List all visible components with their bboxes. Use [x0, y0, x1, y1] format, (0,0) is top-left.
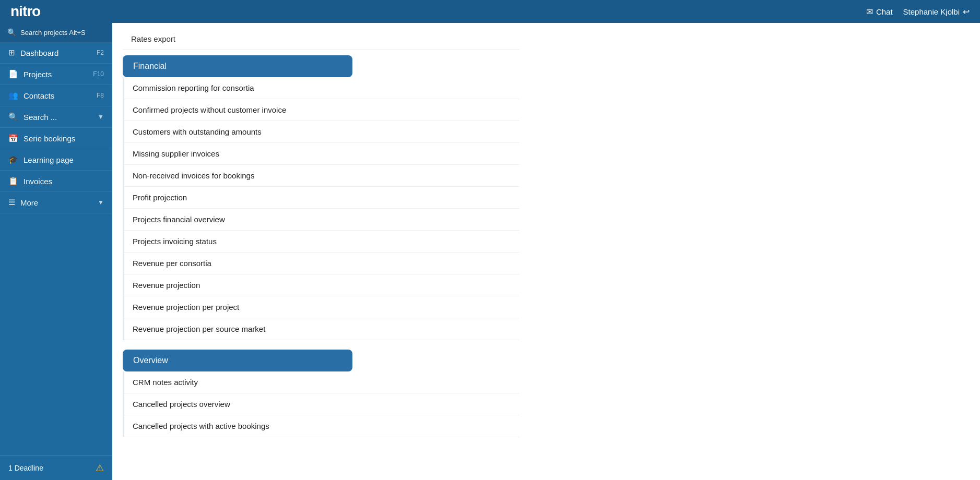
sidebar-item-label: Dashboard: [20, 49, 58, 57]
deadline-label: 1 Deadline: [8, 464, 43, 472]
menu-item-projects-financial-overview[interactable]: Projects financial overview: [124, 209, 519, 231]
invoices-icon: 📋: [8, 176, 18, 186]
dashboard-shortcut: F2: [97, 49, 104, 56]
sidebar-item-label: More: [20, 198, 38, 207]
sidebar-item-search[interactable]: 🔍 Search ... ▼: [0, 106, 112, 128]
contacts-shortcut: F8: [97, 92, 104, 99]
section-overview: Overview CRM notes activity Cancelled pr…: [123, 344, 519, 437]
sidebar: Search projects Alt+S ⊞ Dashboard F2 📄 P…: [0, 23, 112, 480]
content-inner: Rates export Financial Commission report…: [112, 23, 530, 452]
sidebar-item-invoices[interactable]: 📋 Invoices: [0, 171, 112, 192]
menu-item-customers-outstanding[interactable]: Customers with outstanding amounts: [124, 121, 519, 143]
menu-item-commission-reporting[interactable]: Commission reporting for consortia: [124, 77, 519, 99]
user-name: Stephanie Kjolbi: [903, 7, 960, 16]
more-chevron-icon: ▼: [98, 199, 104, 206]
mail-icon: [866, 7, 873, 17]
section-header-overview: Overview: [123, 350, 352, 371]
search-nav-icon: 🔍: [8, 112, 18, 122]
sidebar-item-projects[interactable]: 📄 Projects F10: [0, 64, 112, 85]
header-right: Chat Stephanie Kjolbi: [866, 7, 970, 17]
deadline-section: 1 Deadline ⚠: [0, 455, 112, 480]
content-area: Rates export Financial Commission report…: [112, 23, 980, 480]
menu-item-non-received-invoices[interactable]: Non-received invoices for bookings: [124, 165, 519, 187]
menu-item-confirmed-projects[interactable]: Confirmed projects without customer invo…: [124, 99, 519, 121]
main-layout: Search projects Alt+S ⊞ Dashboard F2 📄 P…: [0, 23, 980, 480]
chat-button[interactable]: Chat: [866, 7, 893, 17]
top-header: nitro Chat Stephanie Kjolbi: [0, 0, 980, 23]
menu-item-profit-projection[interactable]: Profit projection: [124, 187, 519, 209]
search-chevron-icon: ▼: [98, 113, 104, 121]
search-projects-label: Search projects Alt+S: [20, 29, 86, 37]
sidebar-nav: ⊞ Dashboard F2 📄 Projects F10 👥 Contacts: [0, 42, 112, 455]
sidebar-item-more[interactable]: ☰ More ▼: [0, 192, 112, 213]
sidebar-item-label: Learning page: [23, 155, 74, 164]
sidebar-item-contacts[interactable]: 👥 Contacts F8: [0, 85, 112, 106]
sidebar-item-learning-page[interactable]: 🎓 Learning page: [0, 149, 112, 171]
overview-items-list: CRM notes activity Cancelled projects ov…: [123, 371, 519, 437]
financial-items-list: Commission reporting for consortia Confi…: [123, 77, 519, 340]
search-projects-button[interactable]: Search projects Alt+S: [0, 23, 112, 42]
section-financial: Financial Commission reporting for conso…: [123, 50, 519, 340]
menu-item-projects-invoicing-status[interactable]: Projects invoicing status: [124, 231, 519, 253]
menu-item-cancelled-projects-active-bookings[interactable]: Cancelled projects with active bookings: [124, 415, 519, 437]
contacts-icon: 👥: [8, 91, 18, 100]
menu-item-crm-notes[interactable]: CRM notes activity: [124, 371, 519, 393]
sidebar-item-label: Invoices: [23, 177, 52, 186]
section-header-financial: Financial: [123, 55, 352, 77]
sidebar-item-label: Serie bookings: [23, 134, 75, 143]
logout-icon: [963, 7, 970, 17]
user-button[interactable]: Stephanie Kjolbi: [903, 7, 970, 17]
menu-item-cancelled-projects-overview[interactable]: Cancelled projects overview: [124, 393, 519, 415]
menu-item-revenue-projection[interactable]: Revenue projection: [124, 274, 519, 296]
search-box-icon: [7, 28, 16, 37]
sidebar-item-label: Contacts: [23, 91, 54, 100]
chat-label: Chat: [876, 7, 893, 16]
menu-item-missing-supplier[interactable]: Missing supplier invoices: [124, 143, 519, 165]
menu-item-rates-export[interactable]: Rates export: [123, 28, 519, 50]
logo: nitro: [10, 3, 40, 20]
sidebar-item-label: Projects: [23, 70, 52, 79]
learning-icon: 🎓: [8, 155, 18, 164]
projects-shortcut: F10: [93, 70, 104, 78]
sidebar-item-dashboard[interactable]: ⊞ Dashboard F2: [0, 42, 112, 64]
sidebar-item-label: Search ...: [23, 113, 57, 122]
dashboard-icon: ⊞: [8, 48, 15, 57]
projects-icon: 📄: [8, 69, 18, 79]
menu-item-revenue-per-consortia[interactable]: Revenue per consortia: [124, 253, 519, 274]
sidebar-item-serie-bookings[interactable]: 📅 Serie bookings: [0, 128, 112, 149]
serie-icon: 📅: [8, 134, 18, 143]
menu-item-revenue-projection-per-source[interactable]: Revenue projection per source market: [124, 318, 519, 340]
menu-item-revenue-projection-per-project[interactable]: Revenue projection per project: [124, 296, 519, 318]
warning-icon: ⚠: [96, 462, 104, 474]
more-icon: ☰: [8, 198, 15, 207]
